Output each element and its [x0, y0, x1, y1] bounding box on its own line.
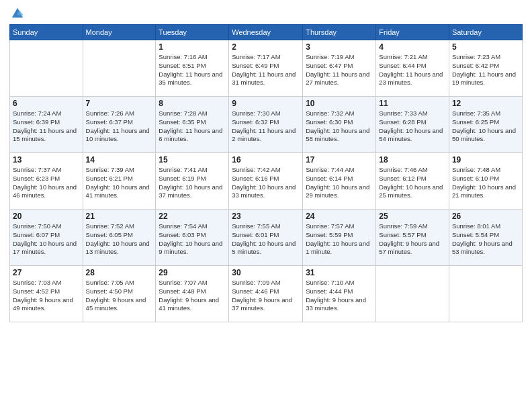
day-number: 8: [159, 99, 226, 108]
calendar-cell: 28Sunrise: 7:05 AM Sunset: 4:50 PM Dayli…: [83, 266, 156, 322]
weekday-header-monday: Monday: [83, 25, 156, 40]
day-info: Sunrise: 7:32 AM Sunset: 6:30 PM Dayligh…: [306, 109, 373, 144]
calendar-cell: 26Sunrise: 8:01 AM Sunset: 5:54 PM Dayli…: [449, 210, 522, 266]
day-number: 20: [13, 212, 80, 221]
calendar-cell: 23Sunrise: 7:55 AM Sunset: 6:01 PM Dayli…: [229, 210, 303, 266]
day-number: 23: [232, 212, 300, 221]
day-info: Sunrise: 8:01 AM Sunset: 5:54 PM Dayligh…: [452, 222, 519, 257]
day-number: 9: [232, 99, 300, 108]
day-info: Sunrise: 7:19 AM Sunset: 6:47 PM Dayligh…: [306, 53, 373, 87]
calendar-cell: 2Sunrise: 7:17 AM Sunset: 6:49 PM Daylig…: [229, 40, 303, 97]
day-number: 13: [13, 155, 80, 165]
calendar-cell: 30Sunrise: 7:09 AM Sunset: 4:46 PM Dayli…: [229, 266, 303, 322]
calendar-cell: [376, 266, 449, 322]
day-number: 15: [159, 155, 226, 165]
day-number: 17: [306, 155, 373, 165]
day-number: 4: [379, 42, 446, 52]
day-number: 3: [306, 42, 373, 52]
day-number: 18: [379, 155, 446, 165]
day-number: 28: [86, 268, 153, 277]
day-number: 19: [452, 155, 519, 165]
calendar-cell: 19Sunrise: 7:48 AM Sunset: 6:10 PM Dayli…: [449, 153, 522, 210]
day-number: 14: [86, 155, 153, 165]
calendar-cell: 12Sunrise: 7:35 AM Sunset: 6:25 PM Dayli…: [449, 97, 522, 153]
day-info: Sunrise: 7:37 AM Sunset: 6:23 PM Dayligh…: [13, 166, 80, 200]
day-number: 31: [306, 268, 373, 277]
logo: [9, 7, 24, 20]
day-info: Sunrise: 7:42 AM Sunset: 6:16 PM Dayligh…: [232, 166, 300, 200]
calendar-cell: [83, 40, 156, 97]
day-number: 16: [232, 155, 300, 165]
day-info: Sunrise: 7:50 AM Sunset: 6:07 PM Dayligh…: [13, 222, 80, 257]
weekday-header-sunday: Sunday: [10, 25, 83, 40]
calendar-cell: 4Sunrise: 7:21 AM Sunset: 6:44 PM Daylig…: [376, 40, 449, 97]
calendar-cell: 6Sunrise: 7:24 AM Sunset: 6:39 PM Daylig…: [10, 97, 83, 153]
day-info: Sunrise: 7:05 AM Sunset: 4:50 PM Dayligh…: [86, 279, 153, 313]
day-info: Sunrise: 7:23 AM Sunset: 6:42 PM Dayligh…: [452, 53, 519, 87]
day-info: Sunrise: 7:48 AM Sunset: 6:10 PM Dayligh…: [452, 166, 519, 200]
day-number: 25: [379, 212, 446, 221]
day-info: Sunrise: 7:26 AM Sunset: 6:37 PM Dayligh…: [86, 109, 153, 144]
day-number: 10: [306, 99, 373, 108]
day-info: Sunrise: 7:46 AM Sunset: 6:12 PM Dayligh…: [379, 166, 446, 200]
day-number: 21: [86, 212, 153, 221]
calendar-cell: 10Sunrise: 7:32 AM Sunset: 6:30 PM Dayli…: [303, 97, 376, 153]
day-number: 30: [232, 268, 300, 277]
calendar-cell: [449, 266, 522, 322]
calendar-cell: 24Sunrise: 7:57 AM Sunset: 5:59 PM Dayli…: [303, 210, 376, 266]
day-info: Sunrise: 7:09 AM Sunset: 4:46 PM Dayligh…: [232, 279, 300, 313]
calendar-row: 13Sunrise: 7:37 AM Sunset: 6:23 PM Dayli…: [10, 153, 523, 210]
day-info: Sunrise: 7:44 AM Sunset: 6:14 PM Dayligh…: [306, 166, 373, 200]
calendar-row: 20Sunrise: 7:50 AM Sunset: 6:07 PM Dayli…: [10, 210, 523, 266]
calendar-cell: 3Sunrise: 7:19 AM Sunset: 6:47 PM Daylig…: [303, 40, 376, 97]
day-number: 12: [452, 99, 519, 108]
day-number: 11: [379, 99, 446, 108]
calendar-cell: 7Sunrise: 7:26 AM Sunset: 6:37 PM Daylig…: [83, 97, 156, 153]
day-number: 6: [13, 99, 80, 108]
calendar-header-row: SundayMondayTuesdayWednesdayThursdayFrid…: [10, 25, 523, 40]
day-number: 22: [159, 212, 226, 221]
day-info: Sunrise: 7:16 AM Sunset: 6:51 PM Dayligh…: [159, 53, 226, 87]
calendar-cell: 5Sunrise: 7:23 AM Sunset: 6:42 PM Daylig…: [449, 40, 522, 97]
day-info: Sunrise: 7:52 AM Sunset: 6:05 PM Dayligh…: [86, 222, 153, 257]
day-info: Sunrise: 7:17 AM Sunset: 6:49 PM Dayligh…: [232, 53, 300, 87]
day-number: 5: [452, 42, 519, 52]
logo-icon: [11, 7, 24, 20]
day-info: Sunrise: 7:21 AM Sunset: 6:44 PM Dayligh…: [379, 53, 446, 87]
calendar-cell: 1Sunrise: 7:16 AM Sunset: 6:51 PM Daylig…: [156, 40, 229, 97]
day-number: 2: [232, 42, 300, 52]
calendar-cell: 17Sunrise: 7:44 AM Sunset: 6:14 PM Dayli…: [303, 153, 376, 210]
calendar-cell: 15Sunrise: 7:41 AM Sunset: 6:19 PM Dayli…: [156, 153, 229, 210]
calendar-cell: [10, 40, 83, 97]
day-info: Sunrise: 7:28 AM Sunset: 6:35 PM Dayligh…: [159, 109, 226, 144]
calendar-cell: 31Sunrise: 7:10 AM Sunset: 4:44 PM Dayli…: [303, 266, 376, 322]
day-number: 24: [306, 212, 373, 221]
weekday-header-friday: Friday: [376, 25, 449, 40]
day-number: 27: [13, 268, 80, 277]
header: [9, 7, 523, 20]
day-info: Sunrise: 7:57 AM Sunset: 5:59 PM Dayligh…: [306, 222, 373, 257]
calendar-cell: 29Sunrise: 7:07 AM Sunset: 4:48 PM Dayli…: [156, 266, 229, 322]
calendar-cell: 9Sunrise: 7:30 AM Sunset: 6:32 PM Daylig…: [229, 97, 303, 153]
day-info: Sunrise: 7:55 AM Sunset: 6:01 PM Dayligh…: [232, 222, 300, 257]
calendar-cell: 27Sunrise: 7:03 AM Sunset: 4:52 PM Dayli…: [10, 266, 83, 322]
day-number: 7: [86, 99, 153, 108]
day-number: 29: [159, 268, 226, 277]
calendar-cell: 13Sunrise: 7:37 AM Sunset: 6:23 PM Dayli…: [10, 153, 83, 210]
day-info: Sunrise: 7:59 AM Sunset: 5:57 PM Dayligh…: [379, 222, 446, 257]
calendar-cell: 25Sunrise: 7:59 AM Sunset: 5:57 PM Dayli…: [376, 210, 449, 266]
day-number: 1: [159, 42, 226, 52]
calendar-cell: 16Sunrise: 7:42 AM Sunset: 6:16 PM Dayli…: [229, 153, 303, 210]
day-info: Sunrise: 7:07 AM Sunset: 4:48 PM Dayligh…: [159, 279, 226, 313]
weekday-header-tuesday: Tuesday: [156, 25, 229, 40]
calendar-row: 1Sunrise: 7:16 AM Sunset: 6:51 PM Daylig…: [10, 40, 523, 97]
day-info: Sunrise: 7:39 AM Sunset: 6:21 PM Dayligh…: [86, 166, 153, 200]
calendar-cell: 14Sunrise: 7:39 AM Sunset: 6:21 PM Dayli…: [83, 153, 156, 210]
weekday-header-saturday: Saturday: [449, 25, 522, 40]
day-info: Sunrise: 7:24 AM Sunset: 6:39 PM Dayligh…: [13, 109, 80, 144]
weekday-header-thursday: Thursday: [303, 25, 376, 40]
day-info: Sunrise: 7:41 AM Sunset: 6:19 PM Dayligh…: [159, 166, 226, 200]
day-info: Sunrise: 7:10 AM Sunset: 4:44 PM Dayligh…: [306, 279, 373, 313]
day-info: Sunrise: 7:30 AM Sunset: 6:32 PM Dayligh…: [232, 109, 300, 144]
calendar-cell: 11Sunrise: 7:33 AM Sunset: 6:28 PM Dayli…: [376, 97, 449, 153]
